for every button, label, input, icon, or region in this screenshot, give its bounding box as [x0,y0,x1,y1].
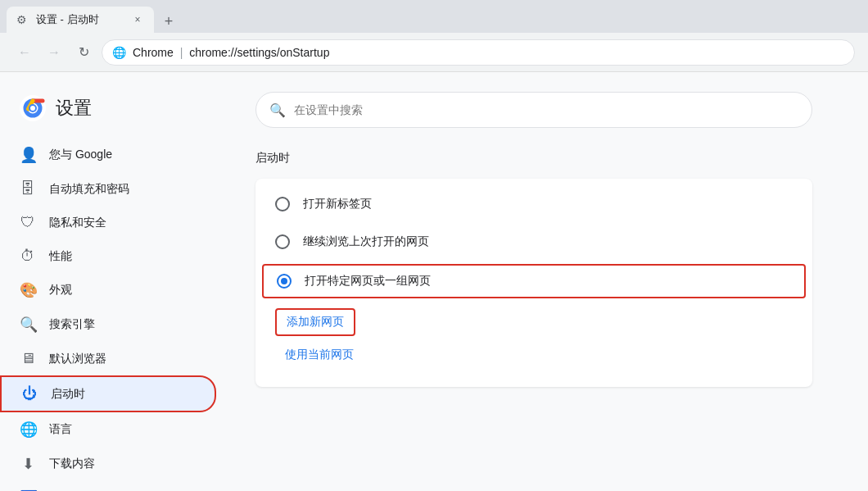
sidebar-title: 设置 [56,96,92,120]
option-continue-label: 继续浏览上次打开的网页 [303,234,429,249]
radio-continue[interactable] [275,234,290,249]
use-current-button[interactable]: 使用当前网页 [275,343,364,367]
search-engine-icon: 🔍 [20,316,36,334]
downloads-icon: ⬇ [20,455,36,473]
chrome-logo-address: 🌐 [112,46,126,59]
address-text: Chrome | chrome://settings/onStartup [133,46,844,59]
address-separator: | [180,46,183,59]
sidebar-label-search: 搜索引擎 [49,317,95,332]
sidebar-label-privacy: 隐私和安全 [49,216,106,230]
sidebar-item-autofill[interactable]: 🗄 自动填充和密码 [0,172,216,206]
search-icon: 🔍 [269,102,286,118]
address-bar: ← → ↻ 🌐 Chrome | chrome://settings/onSta… [0,33,868,72]
tab-close-button[interactable]: × [131,13,144,26]
privacy-icon: 🛡 [20,214,36,231]
settings-tab-icon: ⚙ [16,13,29,26]
chrome-logo [20,95,46,121]
option-new-tab-label: 打开新标签页 [303,197,372,211]
sidebar-label-appearance: 外观 [49,283,72,298]
sidebar-label-performance: 性能 [49,249,72,264]
sidebar-item-performance[interactable]: ⏱ 性能 [0,239,216,273]
section-title: 启动时 [255,151,842,166]
option-continue[interactable]: 继续浏览上次打开的网页 [255,223,812,261]
sidebar-label-autofill: 自动填充和密码 [49,182,129,197]
option-specific-label: 打开特定网页或一组网页 [305,274,431,289]
settings-tab[interactable]: ⚙ 设置 - 启动时 × [7,7,154,33]
radio-dot [281,278,287,284]
sidebar-label-default-browser: 默认浏览器 [49,352,106,366]
add-page-button[interactable]: 添加新网页 [275,308,355,336]
sidebar-item-startup[interactable]: ⏻ 启动时 [0,375,216,412]
reload-button[interactable]: ↻ [72,41,95,64]
sidebar-item-search[interactable]: 🔍 搜索引擎 [0,307,216,342]
tab-bar: ⚙ 设置 - 启动时 × + [0,0,868,33]
option-specific[interactable]: 打开特定网页或一组网页 [262,264,806,298]
sidebar-item-downloads[interactable]: ⬇ 下载内容 [0,447,216,481]
sidebar-label-startup: 启动时 [51,387,85,402]
address-brand: Chrome [133,46,174,59]
sidebar-item-language[interactable]: 🌐 语言 [0,412,216,447]
address-path: chrome://settings/onStartup [189,46,329,59]
radio-new-tab[interactable] [275,197,290,211]
use-current-label: 使用当前网页 [285,348,354,362]
browser-window: ⚙ 设置 - 启动时 × + ← → ↻ 🌐 Chrome | chrome:/… [0,0,868,491]
back-button[interactable]: ← [13,41,36,64]
appearance-icon: 🎨 [20,281,36,299]
startup-settings-card: 打开新标签页 继续浏览上次打开的网页 打开特定网页或一组网页 [255,179,812,387]
sidebar-label-downloads: 下载内容 [49,457,95,471]
option-new-tab[interactable]: 打开新标签页 [255,185,812,223]
svg-point-3 [30,106,35,111]
main-layout: 设置 👤 您与 Google 🗄 自动填充和密码 🛡 隐私和安全 ⏱ 性能 🎨 [0,72,868,491]
language-icon: 🌐 [20,421,36,439]
tab-title: 设置 - 启动时 [36,12,124,27]
sidebar: 设置 👤 您与 Google 🗄 自动填充和密码 🛡 隐私和安全 ⏱ 性能 🎨 [0,72,229,491]
new-tab-button[interactable]: + [157,10,180,33]
performance-icon: ⏱ [20,248,36,265]
autofill-icon: 🗄 [20,180,36,198]
address-bar-input[interactable]: 🌐 Chrome | chrome://settings/onStartup [102,39,855,66]
sidebar-item-appearance[interactable]: 🎨 外观 [0,273,216,307]
sidebar-item-default-browser[interactable]: 🖥 默认浏览器 [0,342,216,375]
forward-button[interactable]: → [43,41,66,64]
sidebar-header: 设置 [0,85,229,138]
sidebar-item-accessibility[interactable]: ♿ 无障碍 [0,481,216,491]
sidebar-item-privacy[interactable]: 🛡 隐私和安全 [0,206,216,239]
card-actions: 添加新网页 使用当前网页 [255,302,812,380]
sidebar-label-google: 您与 Google [49,148,112,162]
default-browser-icon: 🖥 [20,350,36,367]
search-input[interactable] [294,103,798,116]
startup-icon: ⏻ [21,385,38,402]
sidebar-label-language: 语言 [49,422,72,437]
content-area: 🔍 启动时 打开新标签页 继续浏览上次打开的网页 [229,72,868,491]
search-bar[interactable]: 🔍 [255,92,812,128]
radio-specific[interactable] [277,274,292,289]
add-page-label: 添加新网页 [287,315,344,330]
google-icon: 👤 [20,146,36,164]
sidebar-item-google[interactable]: 👤 您与 Google [0,138,216,172]
